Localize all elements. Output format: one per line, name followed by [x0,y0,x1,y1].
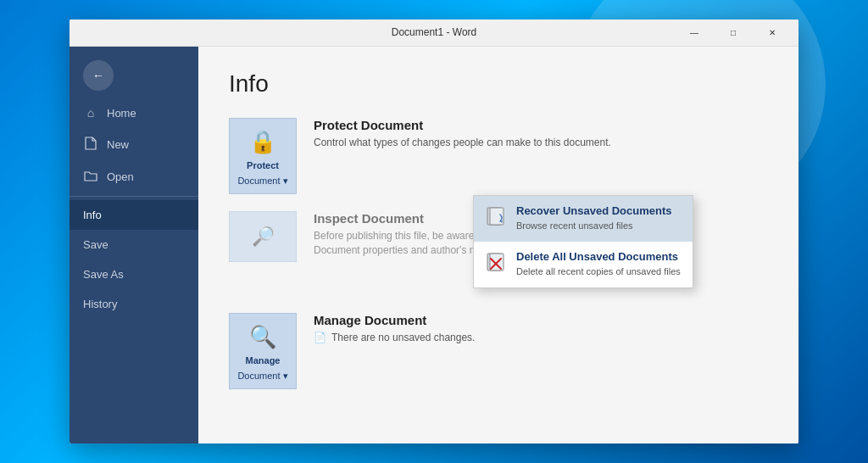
manage-btn-label1: Manage [246,355,281,365]
titlebar: Document1 - Word — □ ✕ [70,20,798,47]
protect-section: 🔒 Protect Document ▾ Protect Document Co… [229,118,768,194]
recover-sublabel: Browse recent unsaved files [516,220,633,231]
sidebar-label-home: Home [107,107,136,120]
sidebar-label-new: New [107,138,129,151]
sidebar-label-save: Save [83,238,108,251]
protect-icon: 🔒 [249,129,276,155]
manage-description: 📄 There are no unsaved changes. [314,331,475,345]
manage-text: Manage Document 📄 There are no unsaved c… [314,313,475,345]
protect-description: Control what types of changes people can… [314,136,611,150]
dropdown-menu: Recover Unsaved Documents Browse recent … [473,195,693,288]
sidebar: ← ⌂ Home New [70,47,198,443]
recover-text: Recover Unsaved Documents Browse recent … [516,204,672,232]
manage-icon: 🔍 [249,324,276,350]
protect-document-button[interactable]: 🔒 Protect Document ▾ [229,118,297,194]
minimize-button[interactable]: — [675,20,714,47]
sidebar-label-save-as: Save As [83,268,124,281]
sidebar-item-history[interactable]: History [70,289,198,319]
delete-icon [484,252,508,279]
word-window: Document1 - Word — □ ✕ ← ⌂ Home [70,20,798,443]
manage-btn-label2: Document ▾ [237,371,287,382]
protect-btn-label1: Protect [247,160,279,170]
protect-btn-label2: Document ▾ [237,176,287,187]
manage-section: 🔍 Manage Document ▾ Manage Document 📄 Th… [229,313,768,389]
inspect-icon-placeholder: 🔎 [229,211,297,262]
close-button[interactable]: ✕ [753,20,792,47]
sidebar-label-history: History [83,298,117,310]
page-title: Info [229,70,768,98]
sidebar-divider [70,196,198,197]
manage-desc-text: There are no unsaved changes. [331,331,475,345]
maximize-button[interactable]: □ [714,20,753,47]
content-area: Info 🔒 Protect Document ▾ Protect Docume… [198,47,798,443]
sidebar-item-save-as[interactable]: Save As [70,259,198,289]
protect-text: Protect Document Control what types of c… [314,118,611,150]
delete-sublabel: Delete all recent copies of unsaved file… [516,266,681,276]
protect-heading: Protect Document [314,118,611,132]
manage-doc-icon: 📄 [314,331,326,345]
new-icon [83,137,98,153]
manage-document-button[interactable]: 🔍 Manage Document ▾ [229,313,297,389]
open-icon [83,170,98,184]
sidebar-item-home[interactable]: ⌂ Home [70,98,198,128]
back-button[interactable]: ← [83,60,114,91]
delete-text: Delete All Unsaved Documents Delete all … [516,250,681,278]
window-title: Document1 - Word [392,26,476,38]
dropdown-item-delete[interactable]: Delete All Unsaved Documents Delete all … [474,242,693,287]
recover-label: Recover Unsaved Documents [516,204,672,217]
sidebar-item-info[interactable]: Info [70,200,198,230]
sidebar-label-open: Open [107,170,134,183]
delete-label: Delete All Unsaved Documents [516,250,681,263]
sidebar-item-save[interactable]: Save [70,230,198,259]
manage-heading: Manage Document [314,313,475,327]
dropdown-item-recover[interactable]: Recover Unsaved Documents Browse recent … [474,196,693,242]
main-area: ← ⌂ Home New [70,47,798,443]
sidebar-label-info: Info [83,209,102,221]
titlebar-controls: — □ ✕ [675,20,792,47]
sidebar-item-open[interactable]: Open [70,161,198,192]
sidebar-item-new[interactable]: New [70,128,198,161]
home-icon: ⌂ [83,106,98,120]
recover-icon [484,206,508,233]
